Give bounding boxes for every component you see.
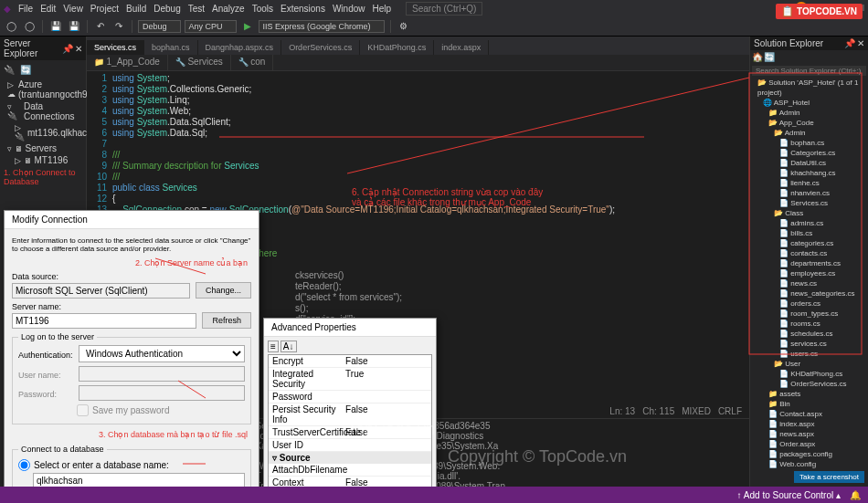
subtab-services[interactable]: 🔧 Services <box>168 55 231 70</box>
sln-item[interactable]: 📄 Order.aspx <box>750 439 868 449</box>
tree-db-connection[interactable]: ▷ 🔌 mt1196.qlkhachsan.dbo <box>0 122 86 142</box>
notifications-icon[interactable]: 🔔 <box>850 490 861 500</box>
source-control-button[interactable]: ↑ Add to Source Control ▴ <box>737 490 841 500</box>
redo-icon[interactable]: ↷ <box>111 19 126 34</box>
change-button[interactable]: Change... <box>196 282 251 299</box>
sln-item[interactable]: 📂 Solution 'ASP_Hotel' (1 of 1 project) <box>750 78 868 98</box>
sln-item[interactable]: 📄 Contact.aspx <box>750 409 868 419</box>
tab-dangnhap[interactable]: Dangnhap.aspx.cs <box>198 40 282 55</box>
tab-khdatphong[interactable]: KHDatPhong.cs <box>360 40 434 55</box>
tab-bophan[interactable]: bophan.cs <box>144 40 198 55</box>
play-icon[interactable]: ▶ <box>240 19 255 34</box>
forward-icon[interactable]: ◯ <box>22 19 37 34</box>
menu-test[interactable]: Test <box>188 4 205 14</box>
save-icon[interactable]: 💾 <box>48 19 63 34</box>
sln-item[interactable]: 📄 news_categories.cs <box>750 288 868 299</box>
sln-item[interactable]: 📄 bills.cs <box>750 228 868 238</box>
sln-item[interactable]: 🌐 ASP_Hotel <box>750 98 868 108</box>
password-input <box>79 385 245 401</box>
sln-item[interactable]: 📄 admins.cs <box>750 218 868 228</box>
sln-item[interactable]: 📁 assets <box>750 389 868 399</box>
menu-debug[interactable]: Debug <box>153 4 180 14</box>
sln-item[interactable]: 📄 bophan.cs <box>750 138 868 148</box>
menu-edit[interactable]: Edit <box>40 4 56 14</box>
back-icon[interactable]: ◯ <box>4 19 18 34</box>
alpha-icon[interactable]: A↓ <box>281 341 297 352</box>
undo-icon[interactable]: ↶ <box>93 19 108 34</box>
sln-item[interactable]: 📄 orders.cs <box>750 299 868 309</box>
sln-item[interactable]: 📄 services.cs <box>750 339 868 349</box>
property-grid[interactable]: EncryptFalseIntegrated SecurityTruePassw… <box>268 354 432 503</box>
pin-icon[interactable]: 📌 <box>844 38 855 48</box>
platform-combo[interactable]: Any CPU <box>185 20 237 33</box>
subtab-appcode[interactable]: 📁 1_App_Code <box>87 55 168 70</box>
menu-bar: ◆ File Edit View Project Build Debug Tes… <box>0 0 868 16</box>
server-name-combo[interactable] <box>12 313 196 329</box>
sln-item[interactable]: 📄 news.aspx <box>750 429 868 439</box>
sln-item[interactable]: 📄 Web.config <box>750 459 868 469</box>
tab-services[interactable]: Services.cs <box>87 40 144 55</box>
tool-icon[interactable]: ⚙ <box>397 19 411 34</box>
refresh-icon[interactable]: 🔄 <box>18 62 33 77</box>
sln-item[interactable]: 📂 App_Code <box>750 118 868 128</box>
menu-tools[interactable]: Tools <box>252 4 273 14</box>
screenshot-button[interactable]: Take a screenshot <box>794 471 864 483</box>
solution-search[interactable]: Search Solution Explorer (Ctrl+;) <box>752 66 866 76</box>
menu-view[interactable]: View <box>63 4 83 14</box>
sln-item[interactable]: 📄 KHDatPhong.cs <box>750 369 868 379</box>
sln-item[interactable]: 📄 contacts.cs <box>750 248 868 258</box>
subtab-con[interactable]: 🔧 con <box>231 55 274 70</box>
sln-item[interactable]: 📄 nhanvien.cs <box>750 188 868 198</box>
tab-orderservices[interactable]: OrderServices.cs <box>281 40 360 55</box>
sln-item[interactable]: 📁 Admin <box>750 108 868 118</box>
sln-item[interactable]: 📄 Categories.cs <box>750 148 868 158</box>
sln-item[interactable]: 📄 lienhe.cs <box>750 178 868 188</box>
sln-item[interactable]: 📂 Class <box>750 208 868 218</box>
sln-item[interactable]: 📁 Bin <box>750 399 868 409</box>
connect-icon[interactable]: 🔌 <box>2 62 16 77</box>
close-icon[interactable]: ✕ <box>75 44 82 54</box>
menu-file[interactable]: File <box>18 4 33 14</box>
sln-item[interactable]: 📂 User <box>750 359 868 369</box>
sln-item[interactable]: 📄 DataUtil.cs <box>750 158 868 168</box>
saveall-icon[interactable]: 💾 <box>67 19 81 34</box>
menu-window[interactable]: Window <box>333 4 365 14</box>
tree-server-mt1196[interactable]: ▷ 🖥 MT1196 <box>0 154 86 166</box>
launch-combo[interactable]: IIS Express (Google Chrome) <box>259 20 385 33</box>
sln-item[interactable]: 📄 khachhang.cs <box>750 168 868 178</box>
sln-item[interactable]: 📄 news.cs <box>750 278 868 288</box>
pin-icon[interactable]: 📌 <box>62 44 73 54</box>
search-box[interactable]: Search (Ctrl+Q) <box>406 2 482 16</box>
solution-explorer-header: Solution Explorer 📌✕ <box>750 37 868 50</box>
save-password-check <box>77 404 89 416</box>
sln-item[interactable]: 📄 employees.cs <box>750 268 868 278</box>
menu-analyze[interactable]: Analyze <box>212 4 245 14</box>
menu-help[interactable]: Help <box>372 4 391 14</box>
menu-project[interactable]: Project <box>90 4 119 14</box>
auth-combo[interactable]: Windows Authentication <box>79 345 245 362</box>
menu-build[interactable]: Build <box>126 4 146 14</box>
sln-item[interactable]: 📄 users.cs <box>750 349 868 359</box>
sync-icon[interactable]: 🔄 <box>764 52 775 62</box>
sln-item[interactable]: 📄 index.aspx <box>750 419 868 429</box>
sln-item[interactable]: 📂 Admin <box>750 128 868 138</box>
sln-item[interactable]: 📄 OrderServices.cs <box>750 379 868 389</box>
close-icon[interactable]: ✕ <box>857 38 864 48</box>
tree-azure[interactable]: ▷ ☁ Azure (trantuanngocth97@...) <box>0 79 86 100</box>
menu-extensions[interactable]: Extensions <box>281 4 325 14</box>
sln-item[interactable]: 📄 packages.config <box>750 449 868 459</box>
sln-item[interactable]: 📄 schedules.cs <box>750 329 868 339</box>
tree-data-connections[interactable]: ▿ 🔌 Data Connections <box>0 100 86 122</box>
refresh-button[interactable]: Refresh <box>202 312 251 329</box>
select-db-radio[interactable] <box>18 459 30 471</box>
home-icon[interactable]: 🏠 <box>752 52 763 62</box>
sln-item[interactable]: 📄 rooms.cs <box>750 319 868 329</box>
sln-item[interactable]: 📄 room_types.cs <box>750 309 868 319</box>
sln-item[interactable]: 📄 Services.cs <box>750 198 868 208</box>
sln-item[interactable]: 📄 categories.cs <box>750 238 868 248</box>
categorize-icon[interactable]: ≡ <box>268 341 279 352</box>
tab-index[interactable]: index.aspx <box>434 40 489 55</box>
config-combo[interactable]: Debug <box>138 20 181 33</box>
tree-servers[interactable]: ▿ 🖥 Servers <box>0 142 86 154</box>
sln-item[interactable]: 📄 departments.cs <box>750 258 868 268</box>
